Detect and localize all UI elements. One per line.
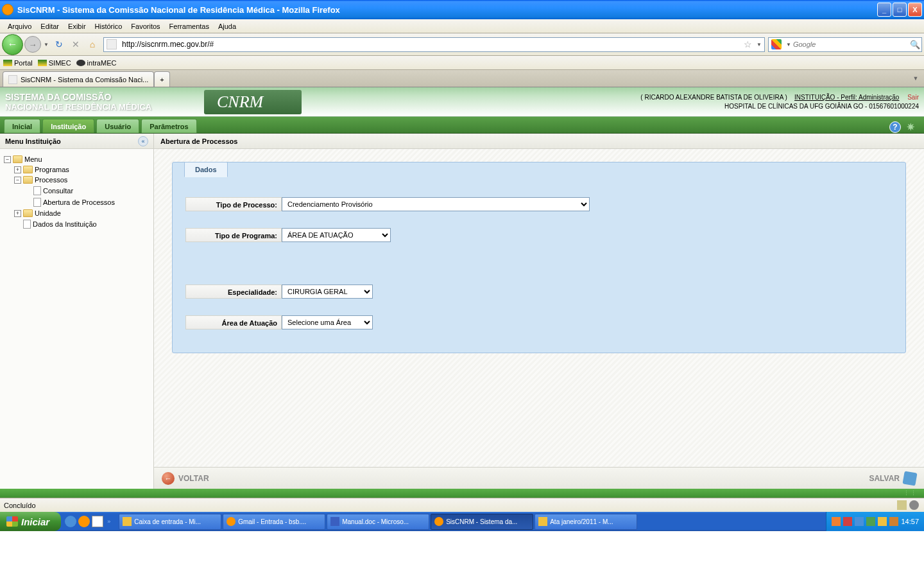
profile-link[interactable]: INSTITUIÇÃO - Perfil: Administração	[794, 94, 899, 101]
reload-button[interactable]: ↻	[51, 37, 67, 52]
minimize-button[interactable]: _	[877, 3, 891, 17]
status-icon[interactable]	[909, 500, 919, 510]
show-desktop-icon[interactable]	[92, 516, 103, 527]
tab-instituicao[interactable]: Instituição	[42, 119, 94, 133]
close-button[interactable]: X	[908, 3, 922, 17]
stop-button[interactable]: ✕	[68, 37, 83, 52]
search-icon[interactable]: 🔍	[909, 40, 921, 49]
help-icon[interactable]: ?	[889, 121, 901, 133]
task-item[interactable]: Caixa de entrada - Mi...	[119, 514, 221, 530]
tab-parametros[interactable]: Parâmetros	[141, 119, 197, 133]
start-button[interactable]: Iniciar	[0, 512, 61, 531]
search-engine-dropdown[interactable]: ▼	[784, 42, 793, 48]
voltar-button[interactable]: ← VOLTAR	[162, 472, 209, 485]
folder-icon	[23, 209, 33, 217]
app-logo-text: SISTEMA DA COMISSÃO NACIONAL DE RESIDÊNC…	[5, 92, 204, 112]
menu-historico[interactable]: Histórico	[90, 21, 127, 31]
bookmark-simec[interactable]: SIMEC	[38, 59, 71, 67]
status-icon[interactable]	[897, 500, 907, 510]
clock[interactable]: 14:57	[901, 518, 919, 525]
main-header: Abertura de Processos	[154, 134, 924, 149]
user-name: ( RICARDO ALEXANDRE BATISTA DE OLIVEIRA …	[640, 94, 787, 101]
bookmark-intramec[interactable]: intraMEC	[76, 59, 117, 67]
menu-exibir[interactable]: Exibir	[64, 21, 90, 31]
firefox-icon	[434, 517, 443, 526]
volume-icon[interactable]	[878, 517, 887, 526]
tree-dados-instituicao[interactable]: Dados da Instituição	[4, 218, 150, 230]
tray-icon[interactable]	[843, 517, 852, 526]
tree-processos[interactable]: −Processos	[4, 175, 150, 185]
url-input[interactable]	[119, 40, 741, 49]
menu-arquivo[interactable]: Arquivo	[3, 21, 36, 31]
app-tabs: Inicial Instituição Usuário Parâmetros ?…	[0, 117, 924, 134]
menu-ferramentas[interactable]: Ferramentas	[165, 21, 214, 31]
select-tipo-processo[interactable]: Credenciamento Provisório	[282, 197, 590, 211]
quick-launch-chevron[interactable]: »	[105, 518, 112, 525]
tree-programas[interactable]: +Programas	[4, 164, 150, 175]
google-icon[interactable]	[771, 39, 782, 49]
resize-grip-icon[interactable]: ⋮⋮	[903, 490, 918, 496]
site-favicon	[107, 39, 117, 49]
task-item-active[interactable]: SisCNRM - Sistema da...	[431, 514, 533, 530]
plus-icon[interactable]: +	[14, 210, 21, 217]
minus-icon[interactable]: −	[4, 156, 11, 163]
task-item[interactable]: Manual.doc - Microso...	[327, 514, 429, 530]
home-button[interactable]: ⌂	[85, 37, 100, 52]
tab-usuario[interactable]: Usuário	[96, 119, 139, 133]
label-tipo-processo: Tipo de Processo:	[185, 197, 282, 211]
tray-icon[interactable]	[866, 517, 875, 526]
minus-icon[interactable]: −	[14, 177, 21, 184]
bookmark-star-icon[interactable]: ☆	[741, 39, 754, 49]
salvar-button[interactable]: SALVAR	[869, 472, 916, 485]
tab-list-button[interactable]: ▼	[910, 75, 921, 87]
browser-menubar: Arquivo Editar Exibir Histórico Favorito…	[0, 19, 924, 33]
sidebar-tree: −Menu +Programas −Processos Consultar Ab…	[0, 149, 153, 235]
tree-consultar[interactable]: Consultar	[4, 185, 150, 197]
select-especialidade[interactable]: CIRURGIA GERAL	[282, 285, 373, 299]
firefox-icon[interactable]	[78, 516, 90, 527]
mail-icon	[538, 517, 547, 526]
select-tipo-programa[interactable]: ÁREA DE ATUAÇÃO	[282, 228, 391, 242]
row-especialidade: Especialidade: CIRURGIA GERAL	[185, 285, 893, 299]
task-item[interactable]: Gmail - Entrada - bsb....	[223, 514, 325, 530]
tray-icon[interactable]	[855, 517, 864, 526]
bookmark-portal[interactable]: Portal	[3, 59, 33, 67]
tray-icon[interactable]	[889, 517, 898, 526]
content-area: Menu Instituição « −Menu +Programas −Pro…	[0, 134, 924, 489]
back-button[interactable]: ←	[2, 34, 23, 55]
tree-abertura[interactable]: Abertura de Processos	[4, 197, 150, 208]
new-tab-button[interactable]: +	[154, 71, 169, 87]
task-item[interactable]: Ata janeiro/2011 - M...	[535, 514, 637, 530]
maximize-button[interactable]: □	[893, 3, 907, 17]
label-especialidade: Especialidade:	[185, 285, 282, 299]
url-dropdown-icon[interactable]: ▼	[754, 42, 764, 48]
tab-inicial[interactable]: Inicial	[4, 119, 40, 133]
settings-icon[interactable]: ✷	[905, 121, 916, 133]
menu-editar[interactable]: Editar	[36, 21, 64, 31]
label-area: Área de Atuação	[185, 315, 282, 329]
logout-link[interactable]: Sair	[907, 94, 919, 101]
tree-menu[interactable]: −Menu	[4, 154, 150, 164]
folder-icon	[23, 176, 33, 184]
search-bar[interactable]: ▼ 🔍	[768, 37, 922, 52]
tab-favicon	[8, 75, 17, 84]
select-area[interactable]: Selecione uma Área	[282, 315, 373, 329]
bookmarks-bar: Portal SIMEC intraMEC	[0, 56, 924, 70]
row-area: Área de Atuação Selecione uma Área	[185, 315, 893, 329]
plus-icon[interactable]: +	[14, 166, 21, 173]
tab-active[interactable]: SisCNRM - Sistema da Comissão Naci...	[3, 71, 154, 87]
tree-unidade[interactable]: +Unidade	[4, 208, 150, 218]
windows-logo-icon	[6, 516, 18, 527]
window-title: SisCNRM - Sistema da Comissão Nacional d…	[17, 5, 877, 15]
taskbar-items: Caixa de entrada - Mi... Gmail - Entrada…	[116, 514, 826, 530]
forward-button[interactable]: →	[24, 36, 41, 53]
tray-icon[interactable]	[832, 517, 841, 526]
collapse-icon[interactable]: «	[138, 136, 148, 146]
menu-favoritos[interactable]: Favoritos	[126, 21, 164, 31]
url-bar[interactable]: ☆ ▼	[103, 37, 765, 52]
history-dropdown[interactable]: ▼	[42, 36, 50, 53]
search-input[interactable]	[793, 40, 909, 48]
menu-ajuda[interactable]: Ajuda	[214, 21, 241, 31]
ie-icon[interactable]	[65, 516, 76, 527]
label-tipo-programa: Tipo de Programa:	[185, 228, 282, 242]
